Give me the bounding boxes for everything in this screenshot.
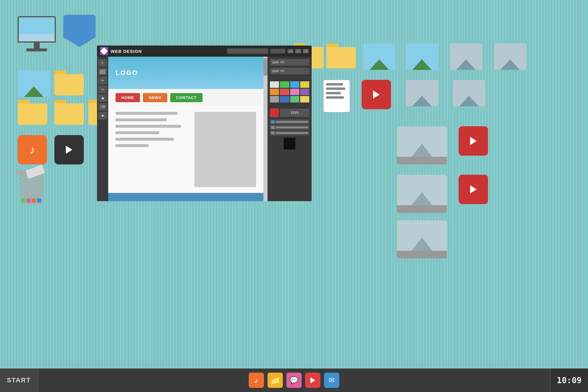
shield-icon[interactable] bbox=[63, 15, 96, 47]
height-field[interactable]: 1600 PX bbox=[270, 68, 309, 74]
site-logo: LOGO bbox=[116, 69, 138, 77]
color-swatch[interactable] bbox=[290, 81, 299, 88]
play-icon-right2[interactable] bbox=[459, 126, 488, 156]
taskbar-play-icon[interactable] bbox=[305, 373, 320, 388]
taskbar-note-icon[interactable]: 💬 bbox=[286, 373, 302, 388]
site-nav: HOME NEWS CONTACT bbox=[108, 89, 263, 106]
text-line bbox=[116, 131, 159, 134]
image-icon-tr3[interactable] bbox=[450, 43, 482, 70]
color-swatch[interactable] bbox=[280, 89, 289, 95]
color-swatch[interactable] bbox=[280, 96, 289, 102]
window-controls: — □ ✕ bbox=[288, 49, 309, 53]
start-label: START bbox=[7, 376, 31, 384]
image-icon-tr2[interactable] bbox=[406, 43, 438, 70]
color-palette bbox=[270, 81, 309, 102]
music-icon[interactable]: ♪ bbox=[18, 135, 47, 164]
nav-contact-btn[interactable]: CONTACT bbox=[170, 93, 203, 102]
clock-time: 10:09 bbox=[557, 376, 582, 385]
layers-panel bbox=[270, 120, 309, 135]
color-swatch[interactable] bbox=[280, 81, 289, 88]
window-body: ↖ ✏ ▭ ◆ ⌫ ■ LOGO HOME NEWS bbox=[97, 57, 312, 201]
tool-square[interactable]: ■ bbox=[98, 112, 107, 120]
text-line bbox=[116, 138, 174, 141]
folder-icon-tr2[interactable] bbox=[326, 43, 356, 68]
color-swatch[interactable] bbox=[300, 96, 309, 102]
start-button[interactable]: START bbox=[0, 369, 38, 392]
site-content bbox=[108, 106, 263, 193]
close-button[interactable]: ✕ bbox=[303, 49, 309, 53]
properties-panel: 1600 PX 1600 PX 100% bbox=[268, 57, 312, 201]
site-mockup: LOGO HOME NEWS CONTACT bbox=[108, 57, 263, 201]
canvas-area: LOGO HOME NEWS CONTACT bbox=[108, 57, 263, 201]
system-clock: 10:09 bbox=[550, 369, 588, 392]
color-swatch[interactable] bbox=[290, 89, 299, 95]
tool-cursor[interactable]: ↖ bbox=[98, 59, 107, 67]
window-search-bar[interactable] bbox=[227, 48, 268, 54]
play-icon-right1[interactable] bbox=[362, 80, 391, 109]
nav-home-btn[interactable]: HOME bbox=[116, 93, 140, 102]
image-icon-left[interactable] bbox=[18, 70, 50, 97]
width-field[interactable]: 1600 PX bbox=[270, 59, 309, 65]
minimize-button[interactable]: — bbox=[288, 49, 293, 53]
canvas-scrollbar[interactable] bbox=[263, 57, 268, 201]
large-photo-icon-3[interactable] bbox=[397, 220, 447, 258]
tool-diamond[interactable]: ◆ bbox=[98, 94, 107, 102]
folder-icon-1[interactable] bbox=[54, 70, 84, 95]
play-icon-left[interactable] bbox=[54, 135, 84, 164]
color-swatch[interactable] bbox=[300, 81, 309, 88]
monitor-icon[interactable] bbox=[18, 16, 56, 51]
folder-icon-3[interactable] bbox=[54, 100, 84, 125]
panel-extra-box bbox=[284, 138, 295, 149]
window-title: WEB DESIGN bbox=[111, 49, 225, 54]
color-swatch[interactable] bbox=[270, 89, 279, 95]
color-swatch[interactable] bbox=[290, 96, 299, 102]
text-line bbox=[116, 125, 181, 128]
tool-eraser[interactable]: ⌫ bbox=[98, 103, 107, 111]
window-app-icon bbox=[100, 47, 108, 55]
layer-item[interactable] bbox=[270, 125, 309, 130]
taskbar-music-icon[interactable]: ♪ bbox=[249, 373, 264, 388]
window-extra-bar bbox=[270, 49, 285, 53]
taskbar-mail-icon[interactable]: ✉ bbox=[324, 373, 339, 388]
site-text-column bbox=[116, 112, 188, 187]
color-swatch[interactable] bbox=[300, 89, 309, 95]
image-icon-tr4[interactable] bbox=[494, 43, 526, 70]
image-icon-r1[interactable] bbox=[406, 80, 438, 106]
nav-news-btn[interactable]: NEWS bbox=[143, 93, 167, 102]
site-footer bbox=[108, 193, 263, 201]
tool-rect[interactable]: ▭ bbox=[98, 85, 107, 93]
monitor-screen bbox=[18, 16, 56, 43]
active-color[interactable] bbox=[270, 108, 279, 117]
tool-pen[interactable]: ✏ bbox=[98, 77, 107, 84]
toolbar: ↖ ✏ ▭ ◆ ⌫ ■ bbox=[97, 57, 108, 201]
zoom-controls: 100% bbox=[270, 108, 309, 117]
scroll-thumb[interactable] bbox=[263, 58, 268, 76]
text-line bbox=[116, 118, 167, 121]
color-swatch[interactable] bbox=[270, 96, 279, 102]
color-swatch[interactable] bbox=[270, 81, 279, 88]
web-design-window: WEB DESIGN — □ ✕ ↖ ✏ ▭ ◆ ⌫ ■ bbox=[97, 46, 312, 201]
folder-icon-2[interactable] bbox=[18, 100, 47, 125]
text-line bbox=[116, 144, 148, 147]
play-icon-right3[interactable] bbox=[459, 175, 488, 204]
site-header: LOGO bbox=[108, 57, 263, 89]
large-photo-icon-2[interactable] bbox=[397, 175, 447, 213]
text-line bbox=[116, 112, 178, 115]
document-icon-right[interactable] bbox=[323, 80, 350, 112]
image-icon-r2[interactable] bbox=[453, 80, 485, 106]
taskbar-folder-icon[interactable]: 📁 bbox=[268, 373, 283, 388]
large-photo-icon-1[interactable] bbox=[397, 126, 447, 164]
site-image-placeholder bbox=[194, 112, 256, 187]
tool-list[interactable] bbox=[98, 68, 107, 75]
taskbar-icons: ♪ 📁 💬 ✉ bbox=[38, 373, 550, 388]
zoom-level[interactable]: 100% bbox=[280, 109, 309, 117]
maximize-button[interactable]: □ bbox=[295, 49, 301, 53]
image-icon-tr1[interactable] bbox=[363, 43, 395, 70]
layer-item[interactable] bbox=[270, 120, 309, 124]
layer-item[interactable] bbox=[270, 131, 309, 135]
taskbar: START ♪ 📁 💬 ✉ 10:09 bbox=[0, 369, 588, 392]
window-titlebar: WEB DESIGN — □ ✕ bbox=[97, 46, 312, 57]
